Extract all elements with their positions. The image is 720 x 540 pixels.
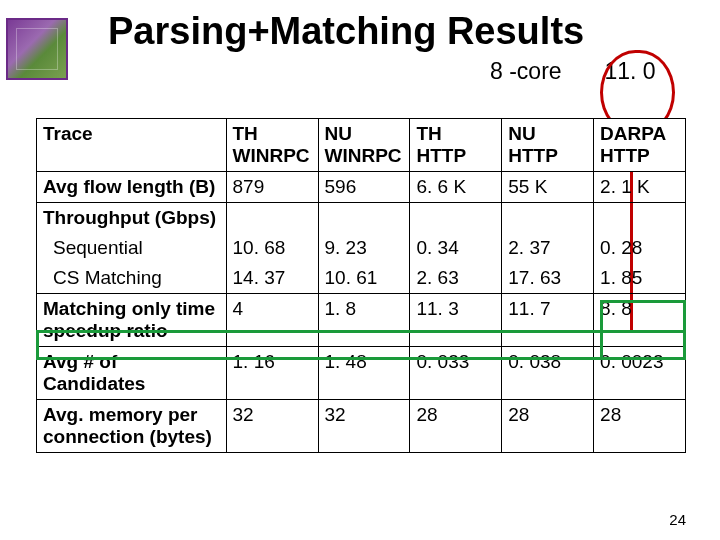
table-header-row: Trace TH WINRPC NU WINRPC TH HTTP NU HTT…: [37, 119, 686, 172]
cell: 32: [226, 400, 318, 453]
row-label: Avg # of Candidates: [37, 347, 227, 400]
cell: 6. 6 K: [410, 172, 502, 203]
row-label: Avg. memory per connection (bytes): [37, 400, 227, 453]
cell: 11. 7: [502, 294, 594, 347]
cell: 17. 63: [502, 263, 594, 294]
row-label: Throughput (Gbps): [37, 203, 227, 234]
cell: 879: [226, 172, 318, 203]
cell: 8. 8: [594, 294, 686, 347]
page-title: Parsing+Matching Results: [108, 10, 584, 53]
cell: 0. 038: [502, 347, 594, 400]
row-label: Matching only time speedup ratio: [37, 294, 227, 347]
cell: 32: [318, 400, 410, 453]
cell: 28: [410, 400, 502, 453]
cell: 1. 85: [594, 263, 686, 294]
cell: 0. 34: [410, 233, 502, 263]
table-row: Matching only time speedup ratio 4 1. 8 …: [37, 294, 686, 347]
table-row: CS Matching 14. 37 10. 61 2. 63 17. 63 1…: [37, 263, 686, 294]
table-row: Avg # of Candidates 1. 16 1. 48 0. 033 0…: [37, 347, 686, 400]
col-th-winrpc: TH WINRPC: [226, 119, 318, 172]
cell: 0. 28: [594, 233, 686, 263]
cell: 1. 16: [226, 347, 318, 400]
logo-icon: [6, 18, 68, 80]
subtitle-text: 8 -core: [490, 58, 562, 84]
table-row: Sequential 10. 68 9. 23 0. 34 2. 37 0. 2…: [37, 233, 686, 263]
table-row: Avg flow length (B) 879 596 6. 6 K 55 K …: [37, 172, 686, 203]
cell: 10. 61: [318, 263, 410, 294]
table-row: Avg. memory per connection (bytes) 32 32…: [37, 400, 686, 453]
cell: 14. 37: [226, 263, 318, 294]
col-darpa-http: DARPA HTTP: [594, 119, 686, 172]
col-nu-winrpc: NU WINRPC: [318, 119, 410, 172]
highlight-value: 11. 0: [604, 58, 655, 84]
cell: 55 K: [502, 172, 594, 203]
cell: 9. 23: [318, 233, 410, 263]
subtitle: 8 -core 11. 0: [490, 58, 656, 85]
col-nu-http: NU HTTP: [502, 119, 594, 172]
cell: 2. 37: [502, 233, 594, 263]
page-number: 24: [669, 511, 686, 528]
row-label: CS Matching: [37, 263, 227, 294]
cell: 1. 8: [318, 294, 410, 347]
table-row: Throughput (Gbps): [37, 203, 686, 234]
cell: 0. 0023: [594, 347, 686, 400]
cell: 2. 1 K: [594, 172, 686, 203]
cell: 2. 63: [410, 263, 502, 294]
cell: 596: [318, 172, 410, 203]
col-th-http: TH HTTP: [410, 119, 502, 172]
results-table: Trace TH WINRPC NU WINRPC TH HTTP NU HTT…: [36, 118, 686, 453]
cell: 4: [226, 294, 318, 347]
cell: 0. 033: [410, 347, 502, 400]
cell: 11. 3: [410, 294, 502, 347]
cell: 1. 48: [318, 347, 410, 400]
row-label: Avg flow length (B): [37, 172, 227, 203]
row-label: Sequential: [37, 233, 227, 263]
cell: 28: [502, 400, 594, 453]
col-trace: Trace: [37, 119, 227, 172]
cell: 10. 68: [226, 233, 318, 263]
cell: 28: [594, 400, 686, 453]
